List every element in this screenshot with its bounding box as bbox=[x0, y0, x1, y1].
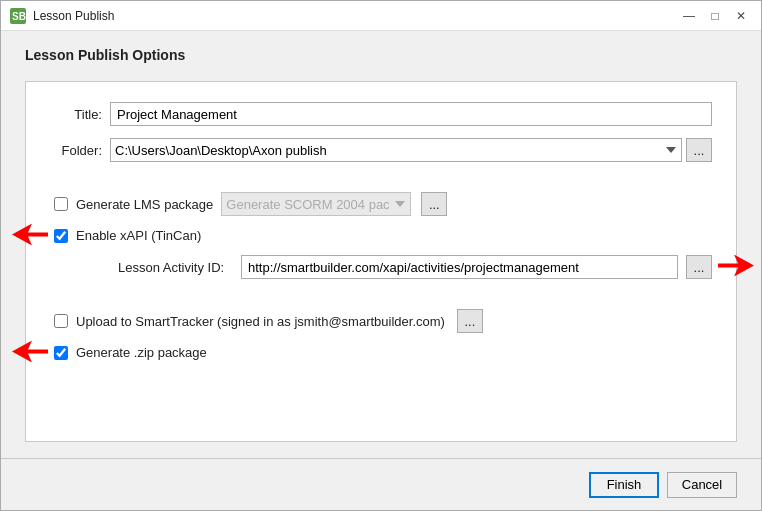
generate-zip-checkbox[interactable] bbox=[54, 346, 68, 360]
cancel-button[interactable]: Cancel bbox=[667, 472, 737, 498]
upload-smarttracker-row: Upload to SmartTracker (signed in as jsm… bbox=[50, 309, 712, 333]
title-label: Title: bbox=[50, 107, 102, 122]
generate-lms-checkbox[interactable] bbox=[54, 197, 68, 211]
window-controls: — □ ✕ bbox=[677, 5, 753, 27]
activity-id-row: Lesson Activity ID: ... bbox=[50, 255, 712, 279]
svg-marker-2 bbox=[12, 223, 48, 245]
app-icon: SB bbox=[9, 7, 27, 25]
scorm-dots-button[interactable]: ... bbox=[421, 192, 447, 216]
form-panel: Title: Folder: C:\Users\Joan\Desktop\Axo… bbox=[25, 81, 737, 442]
content-area: Lesson Publish Options Title: Folder: C:… bbox=[1, 31, 761, 458]
maximize-button[interactable]: □ bbox=[703, 5, 727, 27]
activity-id-label: Lesson Activity ID: bbox=[118, 260, 233, 275]
folder-select[interactable]: C:\Users\Joan\Desktop\Axon publish bbox=[110, 138, 682, 162]
footer: Finish Cancel bbox=[1, 458, 761, 510]
generate-zip-container: Generate .zip package bbox=[50, 345, 712, 360]
svg-text:SB: SB bbox=[12, 11, 26, 22]
folder-input-group: C:\Users\Joan\Desktop\Axon publish ... bbox=[110, 138, 712, 162]
generate-lms-label: Generate LMS package bbox=[76, 197, 213, 212]
minimize-button[interactable]: — bbox=[677, 5, 701, 27]
window-title: Lesson Publish bbox=[33, 9, 677, 23]
scorm-select[interactable]: Generate SCORM 2004 package bbox=[221, 192, 411, 216]
activity-id-input[interactable] bbox=[241, 255, 678, 279]
left-arrow-xapi bbox=[12, 223, 48, 248]
folder-row: Folder: C:\Users\Joan\Desktop\Axon publi… bbox=[50, 138, 712, 162]
generate-lms-checkbox-row: Generate LMS package Generate SCORM 2004… bbox=[50, 192, 712, 216]
title-input[interactable] bbox=[110, 102, 712, 126]
generate-zip-checkbox-row: Generate .zip package bbox=[50, 345, 712, 360]
enable-xapi-container: Enable xAPI (TinCan) bbox=[50, 228, 712, 243]
folder-label: Folder: bbox=[50, 143, 102, 158]
upload-dots-button[interactable]: ... bbox=[457, 309, 483, 333]
enable-xapi-checkbox-row: Enable xAPI (TinCan) bbox=[50, 228, 712, 243]
upload-smarttracker-checkbox[interactable] bbox=[54, 314, 68, 328]
left-arrow-zip bbox=[12, 340, 48, 365]
activity-id-dots-button[interactable]: ... bbox=[686, 255, 712, 279]
enable-xapi-label: Enable xAPI (TinCan) bbox=[76, 228, 201, 243]
svg-marker-3 bbox=[718, 255, 754, 277]
enable-xapi-checkbox[interactable] bbox=[54, 229, 68, 243]
generate-zip-label: Generate .zip package bbox=[76, 345, 207, 360]
folder-browse-button[interactable]: ... bbox=[686, 138, 712, 162]
generate-lms-row: Generate LMS package Generate SCORM 2004… bbox=[50, 192, 712, 216]
right-arrow-activityid bbox=[718, 255, 754, 280]
upload-smarttracker-label: Upload to SmartTracker (signed in as jsm… bbox=[76, 314, 445, 329]
main-window: SB Lesson Publish — □ ✕ Lesson Publish O… bbox=[0, 0, 762, 511]
title-bar: SB Lesson Publish — □ ✕ bbox=[1, 1, 761, 31]
close-button[interactable]: ✕ bbox=[729, 5, 753, 27]
page-title: Lesson Publish Options bbox=[25, 47, 737, 63]
finish-button[interactable]: Finish bbox=[589, 472, 659, 498]
title-row: Title: bbox=[50, 102, 712, 126]
svg-marker-4 bbox=[12, 340, 48, 362]
activity-id-container: Lesson Activity ID: ... bbox=[50, 255, 712, 279]
